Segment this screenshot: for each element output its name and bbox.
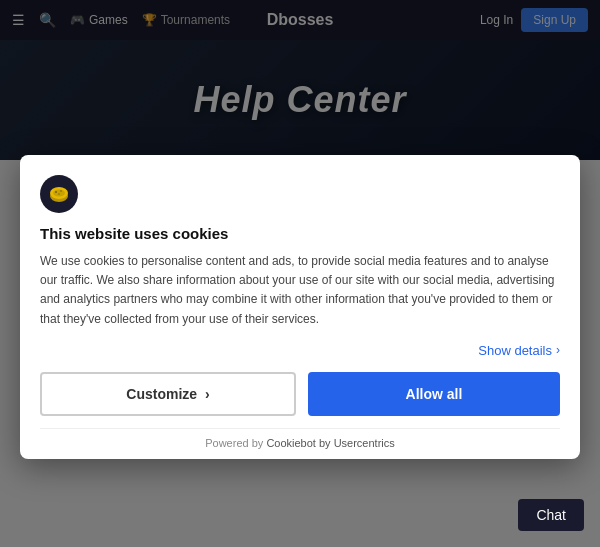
svg-point-2 xyxy=(53,190,65,197)
cookie-footer: Powered by Cookiebot by Usercentrics xyxy=(40,428,560,459)
chat-button[interactable]: Chat xyxy=(518,499,584,531)
cookiebot-link[interactable]: Cookiebot by Usercentrics xyxy=(266,437,394,449)
customize-button[interactable]: Customize › xyxy=(40,372,296,416)
cookie-details-row: Show details › xyxy=(40,343,560,358)
cookie-consent-modal: This website uses cookies We use cookies… xyxy=(20,155,580,459)
cookie-modal-body: We use cookies to personalise content an… xyxy=(40,252,560,329)
show-details-button[interactable]: Show details › xyxy=(478,343,560,358)
allow-all-button[interactable]: Allow all xyxy=(308,372,560,416)
cookiebot-logo-icon xyxy=(40,175,78,213)
svg-point-3 xyxy=(55,191,57,193)
chevron-right-icon: › xyxy=(205,386,210,402)
chevron-right-icon: › xyxy=(556,343,560,357)
cookie-modal-logo xyxy=(40,175,560,213)
svg-point-5 xyxy=(58,193,59,194)
cookie-action-buttons: Customize › Allow all xyxy=(40,372,560,416)
cookie-modal-title: This website uses cookies xyxy=(40,225,560,242)
svg-point-4 xyxy=(60,190,62,192)
